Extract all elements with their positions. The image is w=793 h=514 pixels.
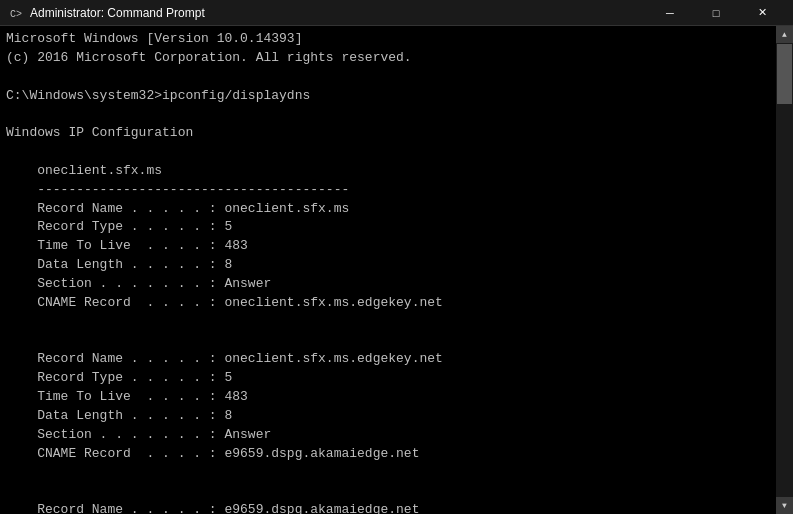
window-controls: ─ □ ✕ (647, 0, 785, 26)
scroll-track[interactable] (776, 43, 793, 497)
terminal-output: Microsoft Windows [Version 10.0.14393] (… (6, 30, 769, 514)
close-button[interactable]: ✕ (739, 0, 785, 26)
scrollbar[interactable]: ▲ ▼ (776, 26, 793, 514)
scroll-thumb[interactable] (777, 44, 792, 104)
svg-text:C>: C> (10, 9, 22, 20)
maximize-button[interactable]: □ (693, 0, 739, 26)
window-title: Administrator: Command Prompt (30, 6, 647, 20)
terminal-text[interactable]: Microsoft Windows [Version 10.0.14393] (… (6, 30, 787, 514)
cmd-icon: C> (8, 5, 24, 21)
title-bar: C> Administrator: Command Prompt ─ □ ✕ (0, 0, 793, 26)
scroll-up-button[interactable]: ▲ (776, 26, 793, 43)
terminal-content-area: Microsoft Windows [Version 10.0.14393] (… (0, 26, 793, 514)
command-prompt-window: C> Administrator: Command Prompt ─ □ ✕ M… (0, 0, 793, 514)
minimize-button[interactable]: ─ (647, 0, 693, 26)
scroll-down-button[interactable]: ▼ (776, 497, 793, 514)
